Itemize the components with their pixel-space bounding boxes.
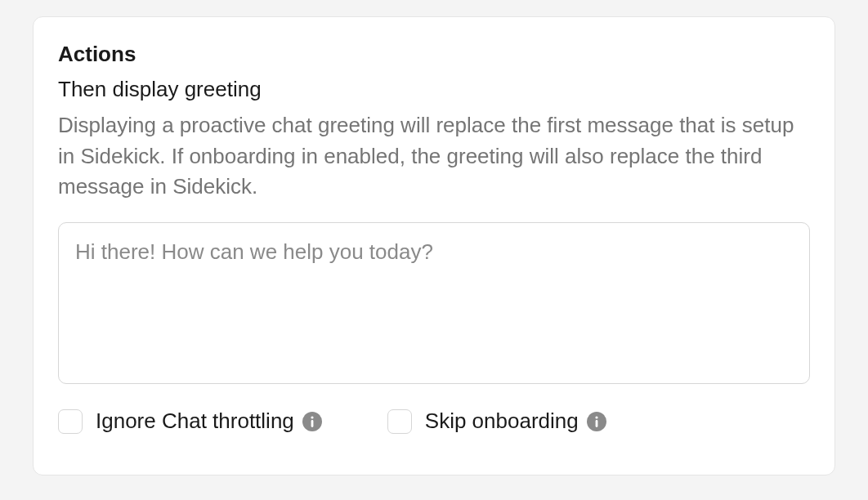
greeting-input[interactable] <box>58 222 810 384</box>
skip-onboarding-checkbox[interactable] <box>387 409 412 434</box>
ignore-throttling-option: Ignore Chat throttling <box>58 408 322 434</box>
subsection-title: Then display greeting <box>58 77 810 102</box>
ignore-throttling-label[interactable]: Ignore Chat throttling <box>96 408 322 434</box>
skip-onboarding-option: Skip onboarding <box>387 408 606 434</box>
ignore-throttling-label-text: Ignore Chat throttling <box>96 408 294 434</box>
svg-point-0 <box>311 416 313 418</box>
actions-card: Actions Then display greeting Displaying… <box>33 16 835 475</box>
svg-rect-1 <box>311 420 313 427</box>
section-title: Actions <box>58 42 810 67</box>
svg-point-2 <box>595 416 597 418</box>
info-icon[interactable] <box>302 412 322 431</box>
checkbox-row: Ignore Chat throttling Skip onboarding <box>58 408 810 434</box>
skip-onboarding-label-text: Skip onboarding <box>425 408 579 434</box>
section-description: Displaying a proactive chat greeting wil… <box>58 110 810 203</box>
svg-rect-3 <box>595 420 597 427</box>
skip-onboarding-label[interactable]: Skip onboarding <box>425 408 606 434</box>
info-icon[interactable] <box>587 412 606 431</box>
ignore-throttling-checkbox[interactable] <box>58 409 83 434</box>
